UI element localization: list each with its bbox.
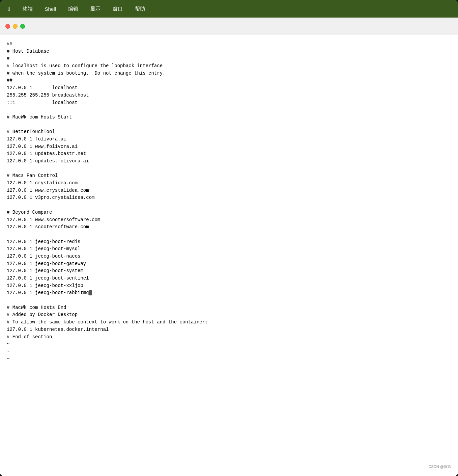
mac-window:  终端 Shell 编辑 显示 窗口 帮助 ## # Host Databas… (0, 0, 458, 476)
minimize-button[interactable] (13, 24, 18, 29)
menu-help[interactable]: 帮助 (132, 4, 148, 14)
traffic-lights (5, 24, 25, 29)
menu-window[interactable]: 窗口 (110, 4, 125, 14)
menu-bar:  终端 Shell 编辑 显示 窗口 帮助 (0, 0, 458, 18)
menu-view[interactable]: 显示 (88, 4, 103, 14)
terminal-content: ## # Host Database # # localhost is used… (0, 35, 458, 476)
maximize-button[interactable] (20, 24, 25, 29)
menu-shell[interactable]: Shell (42, 5, 59, 13)
title-bar (0, 18, 458, 35)
apple-menu[interactable]:  (5, 4, 13, 14)
cursor (89, 290, 92, 295)
menu-edit[interactable]: 编辑 (65, 4, 81, 14)
menu-terminal[interactable]: 终端 (20, 4, 35, 14)
watermark: CSDN @陈跌 (429, 464, 451, 469)
close-button[interactable] (5, 24, 10, 29)
